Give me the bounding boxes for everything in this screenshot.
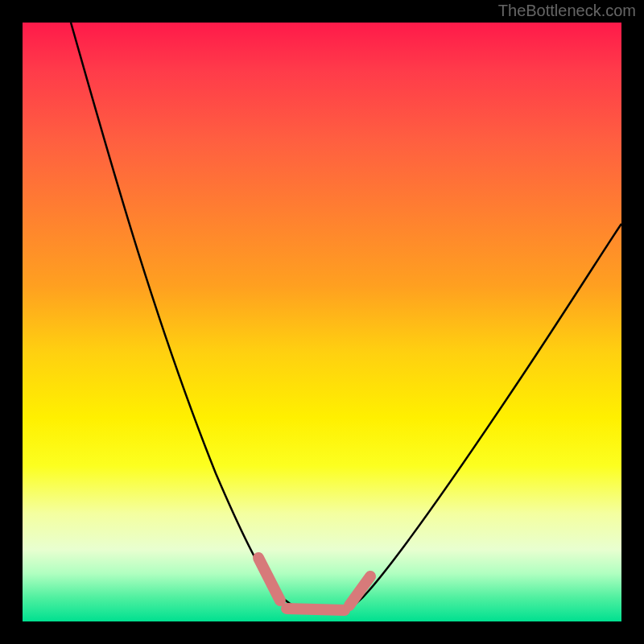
highlight-ticks bbox=[258, 558, 370, 610]
plot-area bbox=[23, 23, 621, 621]
watermark-text: TheBottleneck.com bbox=[498, 2, 636, 20]
chart-container: TheBottleneck.com bbox=[0, 0, 644, 644]
highlight-tick-left bbox=[258, 558, 280, 601]
bottleneck-curve bbox=[71, 23, 621, 610]
curve-overlay bbox=[23, 23, 621, 621]
highlight-flat bbox=[287, 609, 345, 610]
